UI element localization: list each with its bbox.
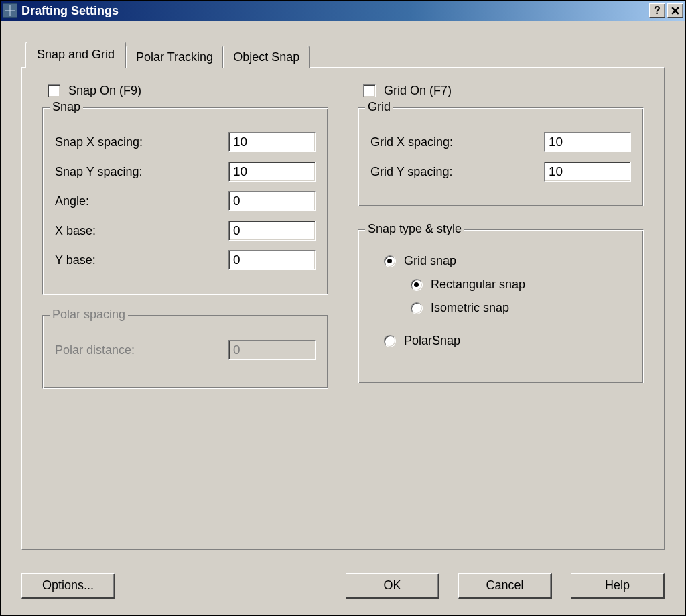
tabstrip: Snap and Grid Polar Tracking Object Snap	[21, 40, 665, 67]
grid-snap-label: Grid snap	[404, 254, 456, 268]
right-column: Grid On (F7) Grid Grid X spacing: Grid Y…	[358, 84, 644, 389]
button-row: Options... OK Cancel Help	[21, 573, 665, 599]
angle-label: Angle:	[55, 194, 89, 208]
app-icon	[3, 3, 17, 18]
snap-y-input[interactable]	[228, 162, 316, 182]
angle-input[interactable]	[228, 191, 316, 211]
close-titlebar-button[interactable]	[667, 3, 683, 18]
tab-panel: Snap On (F9) Snap Snap X spacing: Snap Y…	[21, 67, 665, 550]
dialog-window: Drafting Settings ? Snap and Grid Polar …	[0, 0, 686, 616]
grid-on-checkbox[interactable]	[363, 84, 376, 97]
isometric-snap-label: Isometric snap	[431, 301, 509, 315]
snap-type-style-title: Snap type & style	[365, 222, 464, 236]
snap-x-label: Snap X spacing:	[55, 135, 143, 149]
polar-snap-radio[interactable]	[384, 335, 396, 347]
left-column: Snap On (F9) Snap Snap X spacing: Snap Y…	[42, 84, 328, 389]
help-titlebar-button[interactable]: ?	[649, 3, 665, 18]
snap-group-title: Snap	[50, 100, 83, 114]
snap-type-style-group: Snap type & style Grid snap Rectangular …	[358, 229, 644, 383]
snap-x-input[interactable]	[228, 132, 316, 152]
polar-snap-label: PolarSnap	[404, 334, 460, 348]
snap-on-label: Snap On (F9)	[68, 84, 141, 98]
title-text: Drafting Settings	[21, 4, 649, 18]
ybase-input[interactable]	[228, 250, 316, 270]
polar-distance-input	[228, 340, 316, 360]
snap-on-checkbox[interactable]	[48, 84, 60, 97]
rectangular-snap-label: Rectangular snap	[431, 278, 525, 292]
tab-object-snap[interactable]: Object Snap	[223, 46, 310, 68]
ok-button[interactable]: OK	[346, 573, 439, 599]
grid-group: Grid Grid X spacing: Grid Y spacing:	[358, 107, 644, 206]
grid-snap-radio[interactable]	[384, 255, 396, 267]
grid-x-input[interactable]	[544, 132, 631, 152]
polar-snap-radio-row[interactable]: PolarSnap	[384, 334, 634, 348]
client-area: Snap and Grid Polar Tracking Object Snap…	[1, 21, 685, 615]
rectangular-snap-radio-row[interactable]: Rectangular snap	[411, 278, 634, 292]
snap-on-checkbox-row[interactable]: Snap On (F9)	[48, 84, 328, 98]
grid-y-label: Grid Y spacing:	[370, 165, 452, 179]
grid-snap-radio-row[interactable]: Grid snap	[384, 254, 634, 268]
ybase-label: Y base:	[55, 253, 96, 267]
snap-group: Snap Snap X spacing: Snap Y spacing: Ang…	[42, 107, 328, 295]
xbase-input[interactable]	[228, 221, 316, 241]
polar-spacing-title: Polar spacing	[50, 308, 128, 322]
tab-polar-tracking[interactable]: Polar Tracking	[126, 46, 223, 68]
snap-y-label: Snap Y spacing:	[55, 165, 142, 179]
polar-spacing-group: Polar spacing Polar distance:	[42, 315, 328, 389]
grid-y-input[interactable]	[544, 162, 631, 182]
titlebar: Drafting Settings ?	[1, 1, 685, 21]
isometric-snap-radio[interactable]	[411, 302, 423, 314]
isometric-snap-radio-row[interactable]: Isometric snap	[411, 301, 634, 315]
polar-distance-label: Polar distance:	[55, 343, 135, 357]
grid-group-title: Grid	[365, 100, 393, 114]
grid-x-label: Grid X spacing:	[370, 135, 453, 149]
rectangular-snap-radio[interactable]	[411, 279, 423, 291]
options-button[interactable]: Options...	[21, 573, 115, 599]
grid-on-checkbox-row[interactable]: Grid On (F7)	[363, 84, 644, 98]
cancel-button[interactable]: Cancel	[458, 573, 552, 599]
xbase-label: X base:	[55, 224, 96, 238]
tab-snap-and-grid[interactable]: Snap and Grid	[25, 42, 126, 68]
help-button[interactable]: Help	[571, 573, 665, 599]
grid-on-label: Grid On (F7)	[384, 84, 452, 98]
